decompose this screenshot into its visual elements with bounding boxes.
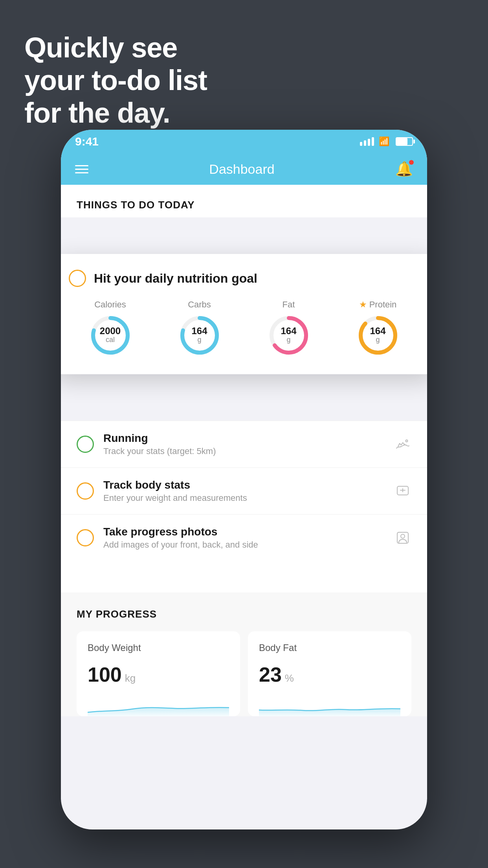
todo-list: Running Track your stats (target: 5km) T…: [61, 421, 427, 716]
progress-section: MY PROGRESS Body Weight 100 kg: [61, 592, 427, 716]
photos-subtitle: Add images of your front, back, and side: [103, 540, 385, 550]
running-subtitle: Track your stats (target: 5km): [103, 446, 385, 456]
nutrition-protein: ★ Protein 164 g: [336, 300, 419, 357]
body-stats-text: Track body stats Enter your weight and m…: [103, 479, 385, 503]
phone-frame: 9:41 📶 Dashboard 🔔 THINGS TO DO TODAY: [61, 130, 427, 829]
body-weight-card[interactable]: Body Weight 100 kg: [77, 631, 240, 716]
calories-unit: cal: [100, 336, 121, 344]
phone-content: THINGS TO DO TODAY Hit your daily nutrit…: [61, 185, 427, 829]
body-fat-value-row: 23 %: [259, 663, 400, 686]
carbs-donut: 164 g: [178, 314, 221, 357]
nav-bar: Dashboard 🔔: [61, 153, 427, 185]
body-fat-title: Body Fat: [259, 642, 400, 653]
hero-text: Quickly see your to-do list for the day.: [24, 31, 207, 129]
svg-point-10: [401, 534, 405, 538]
progress-cards: Body Weight 100 kg: [77, 631, 411, 716]
protein-donut: 164 g: [356, 314, 400, 357]
body-fat-card[interactable]: Body Fat 23 %: [248, 631, 411, 716]
fat-label: Fat: [283, 300, 295, 310]
carbs-unit: g: [191, 336, 207, 344]
body-weight-number: 100: [88, 663, 122, 686]
things-today-header: THINGS TO DO TODAY: [61, 185, 427, 217]
signal-icon: [360, 137, 374, 146]
nav-title: Dashboard: [209, 162, 274, 177]
nutrition-status-circle: [69, 270, 86, 287]
photos-title: Take progress photos: [103, 526, 385, 538]
status-time: 9:41: [75, 135, 99, 148]
running-status-circle: [77, 436, 94, 453]
nutrition-card-header: Hit your daily nutrition goal: [69, 270, 419, 287]
scale-icon: [394, 482, 411, 500]
body-weight-chart: [88, 693, 229, 716]
carbs-label: Carbs: [188, 300, 211, 310]
body-weight-title: Body Weight: [88, 642, 229, 653]
protein-value: 164: [370, 326, 385, 336]
photos-text: Take progress photos Add images of your …: [103, 526, 385, 550]
status-icons: 📶: [360, 136, 413, 147]
body-weight-value-row: 100 kg: [88, 663, 229, 686]
body-stats-status-circle: [77, 482, 94, 500]
nutrition-calories: Calories 2000 cal: [69, 300, 152, 357]
fat-value: 164: [281, 326, 296, 336]
hero-line2: your to-do list: [24, 64, 207, 97]
menu-button[interactable]: [75, 165, 88, 173]
body-fat-chart: [259, 693, 400, 716]
status-bar: 9:41 📶: [61, 130, 427, 153]
running-text: Running Track your stats (target: 5km): [103, 432, 385, 456]
protein-unit: g: [370, 336, 385, 344]
calories-label: Calories: [94, 300, 126, 310]
nutrition-fat: Fat 164 g: [247, 300, 330, 357]
nutrition-row: Calories 2000 cal Carbs: [69, 300, 419, 357]
nutrition-card: Hit your daily nutrition goal Calories 2…: [61, 254, 427, 374]
running-title: Running: [103, 432, 385, 445]
protein-star-icon: ★: [359, 300, 367, 310]
wifi-icon: 📶: [379, 136, 389, 147]
todo-body-stats[interactable]: Track body stats Enter your weight and m…: [61, 467, 427, 514]
spacer: [61, 561, 427, 577]
running-icon: [394, 436, 411, 453]
nutrition-card-title: Hit your daily nutrition goal: [94, 271, 257, 286]
hero-line1: Quickly see: [24, 31, 207, 64]
calories-donut: 2000 cal: [89, 314, 132, 357]
body-fat-number: 23: [259, 663, 282, 686]
body-stats-subtitle: Enter your weight and measurements: [103, 493, 385, 503]
body-weight-unit: kg: [125, 672, 136, 684]
todo-progress-photos[interactable]: Take progress photos Add images of your …: [61, 514, 427, 561]
battery-icon: [396, 137, 413, 146]
fat-donut: 164 g: [267, 314, 310, 357]
notification-bell-button[interactable]: 🔔: [395, 161, 413, 177]
body-fat-unit: %: [285, 672, 294, 684]
progress-section-title: MY PROGRESS: [77, 608, 411, 620]
fat-unit: g: [281, 336, 296, 344]
notification-dot: [409, 160, 414, 165]
hero-line3: for the day.: [24, 97, 207, 129]
calories-value: 2000: [100, 326, 121, 336]
person-icon: [394, 529, 411, 546]
protein-label: ★ Protein: [359, 300, 397, 310]
body-stats-title: Track body stats: [103, 479, 385, 491]
nutrition-carbs: Carbs 164 g: [158, 300, 241, 357]
todo-running[interactable]: Running Track your stats (target: 5km): [61, 421, 427, 467]
carbs-value: 164: [191, 326, 207, 336]
photos-status-circle: [77, 529, 94, 546]
